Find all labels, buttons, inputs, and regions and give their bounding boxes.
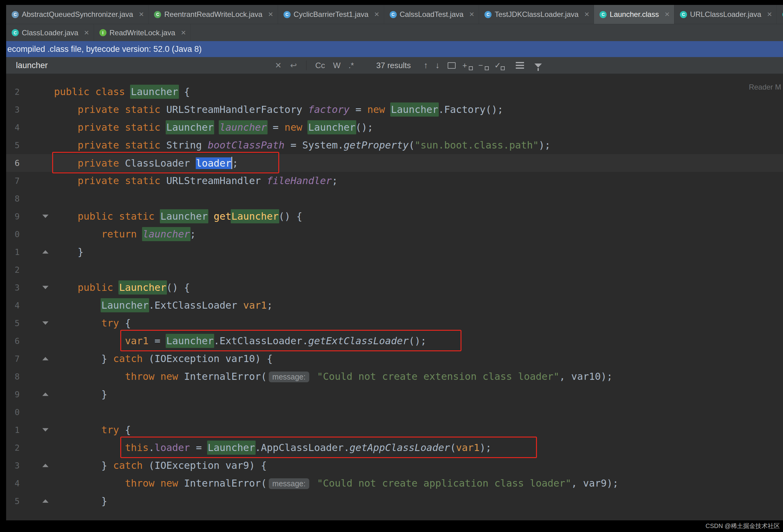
close-tab-icon[interactable]: ✕: [268, 11, 273, 18]
line-number: 8: [6, 194, 20, 204]
fold-marker-icon[interactable]: [42, 428, 49, 432]
fold-marker-icon[interactable]: [42, 286, 49, 289]
code-token: private static: [77, 175, 166, 187]
filter-results-icon[interactable]: [534, 63, 542, 67]
code-line[interactable]: 6 private ClassLoader loader;: [6, 154, 783, 172]
close-tab-icon[interactable]: ✕: [767, 11, 772, 18]
editor[interactable]: Reader M 2public class Launcher {3 priva…: [6, 74, 783, 520]
tab-cyclicbarriertest1-java[interactable]: CCyclicBarrierTest1.java✕: [278, 5, 384, 24]
watermark: CSDN @稀土掘金技术社区: [706, 522, 780, 530]
code-token: bootClassPath: [208, 139, 284, 151]
code-token: factory: [308, 104, 349, 115]
code-line[interactable]: 8: [6, 190, 783, 208]
line-number: 4: [6, 479, 20, 488]
code-token: .Factory();: [438, 104, 503, 115]
code-line[interactable]: 4 private static Launcher launcher = new…: [6, 118, 783, 136]
code-line[interactable]: 6 var1 = Launcher.ExtClassLoader.getExtC…: [6, 332, 783, 350]
tab-classloader-java[interactable]: CClassLoader.java✕: [6, 24, 94, 41]
tab-s[interactable]: CS✕: [777, 5, 783, 24]
gutter: [20, 314, 54, 332]
code-line[interactable]: 7 } catch (IOException var10) {: [6, 350, 783, 368]
code-line[interactable]: 9 public static Launcher getLauncher() {: [6, 208, 783, 225]
code-line[interactable]: 5 }: [6, 492, 783, 510]
tab-label: ReentrantReadWriteLock.java: [164, 10, 262, 19]
prev-occurrence-button[interactable]: ↑: [424, 60, 428, 70]
close-tab-icon[interactable]: ✕: [584, 11, 590, 18]
match-case-toggle[interactable]: Cc: [315, 61, 325, 70]
code-line[interactable]: 2 this.loader = Launcher.AppClassLoader.…: [6, 439, 783, 457]
code-line[interactable]: 0 return launcher;: [6, 225, 783, 243]
fold-marker-icon[interactable]: [42, 393, 49, 396]
fold-marker-icon[interactable]: [42, 321, 49, 325]
code-line[interactable]: 1 try {: [6, 421, 783, 439]
code-token: [311, 477, 317, 489]
fold-marker-icon[interactable]: [42, 250, 49, 254]
code-line[interactable]: 9 }: [6, 385, 783, 403]
tab-urlclassloader-java[interactable]: CURLClassLoader.java✕: [675, 5, 777, 24]
regex-toggle[interactable]: .*: [349, 61, 354, 70]
remove-occurrence-button[interactable]: −: [478, 61, 489, 70]
line-number: 3: [6, 105, 20, 115]
search-history-icon[interactable]: ↩: [290, 61, 297, 70]
open-in-find-window-button[interactable]: [448, 62, 456, 69]
code-line[interactable]: 1 }: [6, 243, 783, 261]
fold-marker-icon[interactable]: [42, 499, 49, 503]
code-token: .ExtClassLoader: [149, 300, 243, 311]
code-line[interactable]: 3 private static URLStreamHandlerFactory…: [6, 101, 783, 118]
close-tab-icon[interactable]: ✕: [664, 11, 670, 18]
code-line[interactable]: 4 throw new InternalError(message: "Coul…: [6, 474, 783, 492]
code-line[interactable]: 2public class Launcher {: [6, 83, 783, 101]
tab-abstractqueuedsynchronizer-java[interactable]: CAbstractQueuedSynchronizer.java✕: [6, 5, 149, 24]
code-token: (: [409, 139, 414, 151]
close-tab-icon[interactable]: ✕: [469, 11, 475, 18]
tab-reentrantreadwritelock-java[interactable]: CReentrantReadWriteLock.java✕: [149, 5, 278, 24]
next-occurrence-button[interactable]: ↓: [435, 60, 440, 70]
code-line[interactable]: 2: [6, 261, 783, 279]
close-tab-icon[interactable]: ✕: [374, 11, 379, 18]
fold-marker-icon[interactable]: [42, 357, 49, 361]
decompiled-banner: ecompiled .class file, bytecode version:…: [6, 41, 783, 57]
whole-words-toggle[interactable]: W: [333, 61, 341, 70]
tab-testjdkclassloader-java[interactable]: CTestJDKClassLoader.java✕: [479, 5, 594, 24]
gutter: [20, 83, 54, 101]
code-token: [311, 371, 317, 382]
gutter: [20, 403, 54, 421]
annotation-box: [120, 330, 462, 351]
close-tab-icon[interactable]: ✕: [181, 29, 186, 36]
code-line[interactable]: 7 private static URLStreamHandler fileHa…: [6, 172, 783, 190]
code-line[interactable]: 5 private static String bootClassPath = …: [6, 136, 783, 154]
code-token: catch: [113, 460, 143, 471]
code-line[interactable]: 5 try {: [6, 314, 783, 332]
file-type-icon: C: [12, 29, 19, 36]
line-number: 2: [6, 443, 20, 452]
code-line[interactable]: 3 public Launcher() {: [6, 279, 783, 296]
code-text: }: [54, 246, 84, 258]
add-occurrence-button[interactable]: +: [462, 61, 473, 70]
code-area[interactable]: 2public class Launcher {3 private static…: [6, 83, 783, 510]
code-token: Launcher: [390, 102, 439, 117]
editor-tab-bar-row1: CAbstractQueuedSynchronizer.java✕CReentr…: [6, 5, 783, 24]
close-tab-icon[interactable]: ✕: [84, 29, 89, 36]
clear-search-icon[interactable]: ✕: [275, 61, 282, 70]
tab-readwritelock-java[interactable]: IReadWriteLock.java✕: [94, 24, 191, 41]
code-token: getProperty: [344, 139, 409, 151]
tab-launcher-class[interactable]: CLauncher.class✕: [594, 5, 675, 24]
filter-lines-icon[interactable]: [516, 62, 524, 69]
line-number: 1: [6, 247, 20, 257]
code-token: ;: [332, 175, 338, 187]
code-token: InternalError(: [184, 477, 267, 489]
code-line[interactable]: 0: [6, 403, 783, 421]
code-line[interactable]: 4 Launcher.ExtClassLoader var1;: [6, 296, 783, 314]
search-input[interactable]: launcher: [16, 61, 271, 70]
select-all-occurrences-button[interactable]: ✓: [494, 61, 505, 70]
tab-calssloadtest-java[interactable]: CCalssLoadTest.java✕: [384, 5, 479, 24]
line-number: 1: [6, 425, 20, 435]
code-token: Launcher: [130, 85, 179, 99]
code-token: [54, 104, 77, 115]
gutter: [20, 261, 54, 279]
close-tab-icon[interactable]: ✕: [139, 11, 144, 18]
code-line[interactable]: 3 } catch (IOException var9) {: [6, 457, 783, 474]
fold-marker-icon[interactable]: [42, 215, 49, 218]
code-line[interactable]: 8 throw new InternalError(message: "Coul…: [6, 368, 783, 385]
fold-marker-icon[interactable]: [42, 464, 49, 467]
